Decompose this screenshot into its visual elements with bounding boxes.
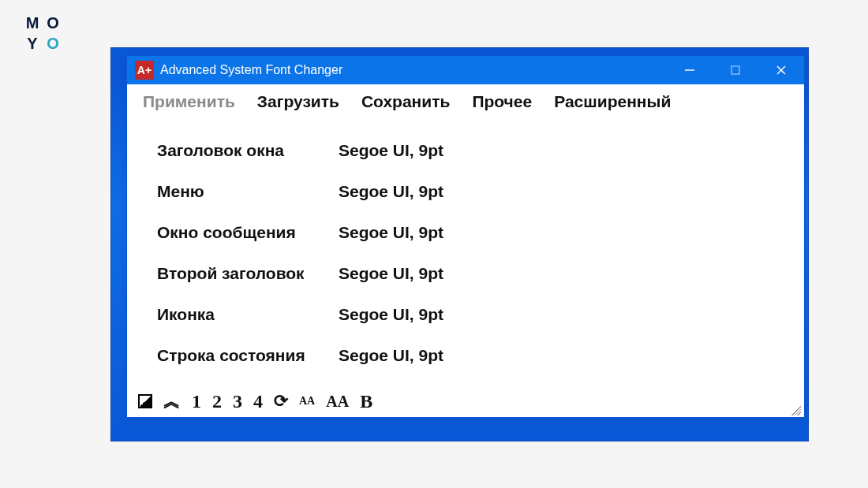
menu-other[interactable]: Прочее xyxy=(472,92,532,111)
menubar: Применить Загрузить Сохранить Прочее Рас… xyxy=(127,84,804,119)
menu-apply[interactable]: Применить xyxy=(143,92,235,111)
brand-m: M xyxy=(24,14,41,32)
collapse-button[interactable]: ︽ xyxy=(163,393,181,410)
titlebar[interactable]: A+ Advanced System Font Changer xyxy=(127,56,804,84)
bold-button[interactable]: B xyxy=(360,391,372,412)
minimize-icon xyxy=(684,65,695,76)
setting-label: Второй заголовок xyxy=(157,264,339,283)
setting-label: Заголовок окна xyxy=(157,141,339,160)
menu-advanced[interactable]: Расширенный xyxy=(554,92,671,111)
brand-o2: O xyxy=(44,35,62,52)
font-settings-list: Заголовок окна Segoe UI, 9pt Меню Segoe … xyxy=(127,119,804,386)
bottom-toolbar: ︽ 1 2 3 4 ⟳ AA AA B xyxy=(127,386,804,417)
svg-rect-1 xyxy=(731,66,739,74)
setting-row-secondary-title[interactable]: Второй заголовок Segoe UI, 9pt xyxy=(157,253,804,294)
contrast-icon xyxy=(138,394,152,408)
app-icon: A+ xyxy=(135,61,154,80)
setting-row-icon[interactable]: Иконка Segoe UI, 9pt xyxy=(157,294,804,335)
minimize-button[interactable] xyxy=(667,56,713,84)
window-controls xyxy=(667,56,804,84)
setting-row-title[interactable]: Заголовок окна Segoe UI, 9pt xyxy=(157,130,804,171)
setting-label: Окно сообщения xyxy=(157,223,339,242)
refresh-icon: ⟳ xyxy=(274,391,288,412)
preset-1-button[interactable]: 1 xyxy=(192,391,201,412)
setting-value: Segoe UI, 9pt xyxy=(339,141,443,160)
close-icon xyxy=(776,65,787,76)
brand-logo: M O Y O xyxy=(24,14,62,52)
setting-row-messagebox[interactable]: Окно сообщения Segoe UI, 9pt xyxy=(157,212,804,253)
app-window: A+ Advanced System Font Changer Применит… xyxy=(126,55,805,418)
aa-small-icon: AA xyxy=(299,395,315,408)
refresh-button[interactable]: ⟳ xyxy=(274,391,288,412)
setting-row-statusbar[interactable]: Строка состояния Segoe UI, 9pt xyxy=(157,335,804,376)
setting-value: Segoe UI, 9pt xyxy=(339,264,443,283)
contrast-button[interactable] xyxy=(138,394,152,408)
maximize-icon xyxy=(731,65,740,75)
menu-save[interactable]: Сохранить xyxy=(361,92,450,111)
menu-load[interactable]: Загрузить xyxy=(257,92,339,111)
aa-large-icon: AA xyxy=(326,393,349,411)
setting-value: Segoe UI, 9pt xyxy=(339,305,443,324)
chevron-double-up-icon: ︽ xyxy=(163,393,181,410)
window-title: Advanced System Font Changer xyxy=(160,63,667,77)
brand-y: Y xyxy=(24,35,41,52)
setting-row-menu[interactable]: Меню Segoe UI, 9pt xyxy=(157,171,804,212)
setting-value: Segoe UI, 9pt xyxy=(339,346,443,365)
setting-value: Segoe UI, 9pt xyxy=(339,223,443,242)
font-size-small-button[interactable]: AA xyxy=(299,395,315,408)
setting-value: Segoe UI, 9pt xyxy=(339,182,443,201)
maximize-button[interactable] xyxy=(713,56,758,84)
font-size-large-button[interactable]: AA xyxy=(326,393,349,411)
preset-4-button[interactable]: 4 xyxy=(253,391,263,412)
resize-grip[interactable] xyxy=(788,403,801,415)
setting-label: Меню xyxy=(157,182,339,201)
setting-label: Строка состояния xyxy=(157,346,339,365)
setting-label: Иконка xyxy=(157,305,339,324)
brand-o1: O xyxy=(44,14,62,32)
close-button[interactable] xyxy=(758,56,804,84)
preset-2-button[interactable]: 2 xyxy=(212,391,222,412)
preset-3-button[interactable]: 3 xyxy=(233,391,242,412)
